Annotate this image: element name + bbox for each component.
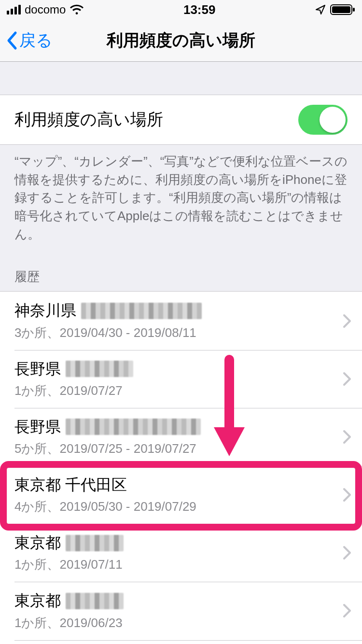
- history-item[interactable]: 東京都 千代田区4か所、2019/05/30 - 2019/07/29: [0, 466, 362, 524]
- chevron-right-icon: [343, 546, 351, 560]
- battery-icon: [330, 4, 355, 15]
- history-item-subtitle: 3か所、2019/04/30 - 2019/08/11: [14, 324, 332, 341]
- significant-locations-toggle[interactable]: [298, 105, 348, 135]
- toggle-group: 利用頻度の高い場所: [0, 95, 362, 145]
- chevron-right-icon: [343, 430, 351, 444]
- status-time: 13:59: [183, 2, 216, 17]
- history-item-title-text: 東京都: [14, 532, 61, 553]
- history-item-title: 東京都: [14, 532, 332, 553]
- history-item-subtitle: 1か所、2019/06/23: [14, 615, 332, 631]
- chevron-right-icon: [343, 603, 351, 618]
- history-item-title-text: 長野県: [14, 417, 61, 437]
- status-bar: docomo 13:59: [0, 0, 362, 19]
- back-button[interactable]: 戻る: [0, 29, 53, 52]
- redaction-icon: [81, 303, 202, 319]
- toggle-label: 利用頻度の高い場所: [14, 109, 298, 131]
- status-right: [315, 4, 355, 15]
- history-item-title-text: 東京都: [14, 590, 61, 611]
- cellular-signal-icon: [7, 5, 21, 14]
- toggle-description: “マップ”、“カレンダー”、“写真”などで便利な位置ベースの情報を提供するために…: [0, 145, 362, 255]
- chevron-right-icon: [343, 488, 351, 502]
- history-header: 履歴: [0, 255, 362, 291]
- history-item-title-text: 長野県: [14, 359, 61, 379]
- history-list: 神奈川県3か所、2019/04/30 - 2019/08/11長野県1か所、20…: [0, 291, 362, 644]
- redaction-icon: [66, 535, 124, 551]
- section-spacer: [0, 62, 362, 95]
- history-item-title: 長野県: [14, 417, 332, 437]
- history-item-title: 神奈川県: [14, 300, 332, 321]
- svg-rect-1: [332, 6, 350, 13]
- history-item[interactable]: 千葉県6か所、2019/05/18 - 2019/08/12: [0, 640, 362, 644]
- history-item-subtitle: 4か所、2019/05/30 - 2019/07/29: [14, 498, 332, 515]
- carrier-label: docomo: [25, 3, 66, 16]
- back-label: 戻る: [19, 29, 53, 52]
- toggle-knob: [320, 107, 346, 133]
- chevron-right-icon: [343, 372, 351, 386]
- history-item[interactable]: 長野県5か所、2019/07/25 - 2019/07/27: [0, 408, 362, 466]
- history-item-subtitle: 1か所、2019/07/27: [14, 382, 332, 399]
- history-item-title: 長野県: [14, 359, 332, 379]
- history-item[interactable]: 東京都1か所、2019/06/23: [0, 582, 362, 640]
- chevron-left-icon: [6, 31, 17, 50]
- nav-title: 利用頻度の高い場所: [0, 29, 362, 52]
- status-left: docomo: [7, 3, 84, 16]
- history-item-title: 東京都 千代田区: [14, 475, 332, 495]
- history-item[interactable]: 東京都1か所、2019/07/11: [0, 524, 362, 582]
- nav-bar: 戻る 利用頻度の高い場所: [0, 19, 362, 62]
- svg-rect-2: [353, 8, 355, 12]
- redaction-icon: [66, 361, 133, 377]
- history-item[interactable]: 神奈川県3か所、2019/04/30 - 2019/08/11: [0, 292, 362, 350]
- history-item-title: 東京都: [14, 590, 332, 611]
- history-item-title-text: 神奈川県: [14, 300, 76, 321]
- history-item-subtitle: 1か所、2019/07/11: [14, 556, 332, 573]
- significant-locations-toggle-row: 利用頻度の高い場所: [0, 95, 362, 144]
- location-icon: [315, 4, 326, 15]
- history-item[interactable]: 長野県1か所、2019/07/27: [0, 350, 362, 408]
- history-item-title-text: 東京都 千代田区: [14, 475, 127, 495]
- chevron-right-icon: [343, 314, 351, 328]
- redaction-icon: [66, 593, 124, 609]
- wifi-icon: [70, 4, 84, 15]
- redaction-icon: [66, 419, 201, 435]
- history-item-subtitle: 5か所、2019/07/25 - 2019/07/27: [14, 440, 332, 457]
